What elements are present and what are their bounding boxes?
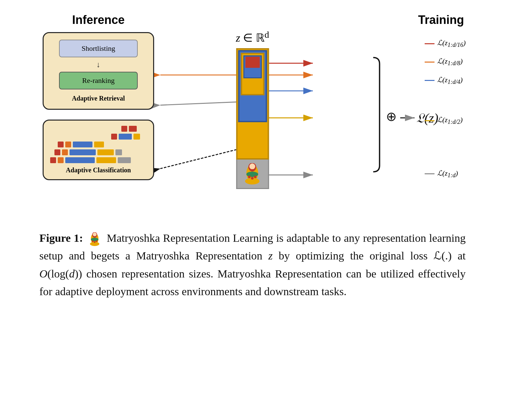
bar-row-1 (50, 126, 147, 132)
figure-caption: Figure 1: Matryoshka Representation Lear… (39, 229, 466, 301)
reranking-label: Re-ranking (82, 76, 115, 85)
training-section: Training ℒ(z1:d/16) ℒ(z1:d/8) ℒ(z1:d/4) (418, 13, 466, 179)
vector-section: z ∈ ℝd (236, 29, 269, 186)
spacer2 (425, 134, 466, 161)
vector-label: z ∈ ℝd (236, 29, 269, 44)
diagram: ⊕ 𝔏(z) Inference Shortlisting ↓ Re-ranki… (20, 13, 485, 216)
loss-label-5: ℒ(z1:d) (425, 169, 466, 179)
svg-line-20 (160, 150, 237, 169)
bar-row-2 (50, 134, 147, 140)
spacer (425, 94, 466, 107)
svg-point-33 (91, 238, 98, 241)
vector-bottom-gray (236, 160, 269, 189)
matryoshka-doll-center (244, 163, 262, 184)
classification-bars (50, 126, 147, 163)
loss-label-4: ℒ(z1:d/2) (425, 116, 466, 125)
inference-section: Inference Shortlisting ↓ Re-ranking Adap… (39, 13, 157, 180)
svg-line-19 (160, 102, 237, 105)
svg-text:⊕: ⊕ (386, 109, 397, 124)
inference-title: Inference (72, 13, 125, 27)
svg-point-29 (251, 169, 254, 172)
bar-row-3 (50, 142, 147, 147)
loss-label-2: ℒ(z1:d/8) (425, 57, 466, 67)
down-arrow: ↓ (96, 61, 100, 68)
svg-point-28 (254, 176, 257, 178)
matryoshka-doll-caption (88, 232, 102, 246)
svg-point-25 (250, 163, 255, 169)
loss-label-3: ℒ(z1:d/4) (425, 76, 466, 86)
svg-point-34 (93, 233, 97, 237)
shortlisting-box: Shortlisting (59, 40, 138, 57)
reranking-box: Re-ranking (59, 72, 138, 89)
svg-point-24 (247, 172, 258, 177)
adaptive-retrieval-label: Adaptive Retrieval (72, 95, 125, 102)
loss-labels-container: ℒ(z1:d/16) ℒ(z1:d/8) ℒ(z1:d/4) ℒ(z1:d/2) (425, 39, 466, 179)
bar-row-5 (50, 157, 147, 163)
figure-number: Figure 1: (39, 232, 83, 244)
svg-point-36 (94, 241, 95, 243)
svg-point-38 (93, 236, 96, 238)
adaptive-retrieval-box: Shortlisting ↓ Re-ranking Adaptive Retri… (43, 32, 154, 110)
training-title: Training (418, 13, 464, 27)
shortlisting-label: Shortlisting (82, 44, 115, 52)
loss-label-1: ℒ(z1:d/16) (425, 39, 466, 48)
svg-point-27 (251, 177, 254, 180)
vector-container (236, 48, 269, 186)
svg-point-37 (96, 240, 97, 242)
bar-row-4 (50, 149, 147, 155)
svg-point-26 (248, 176, 251, 178)
adaptive-classification-label: Adaptive Classification (50, 166, 147, 174)
adaptive-classification-box: Adaptive Classification (43, 120, 154, 180)
svg-point-35 (92, 240, 94, 242)
